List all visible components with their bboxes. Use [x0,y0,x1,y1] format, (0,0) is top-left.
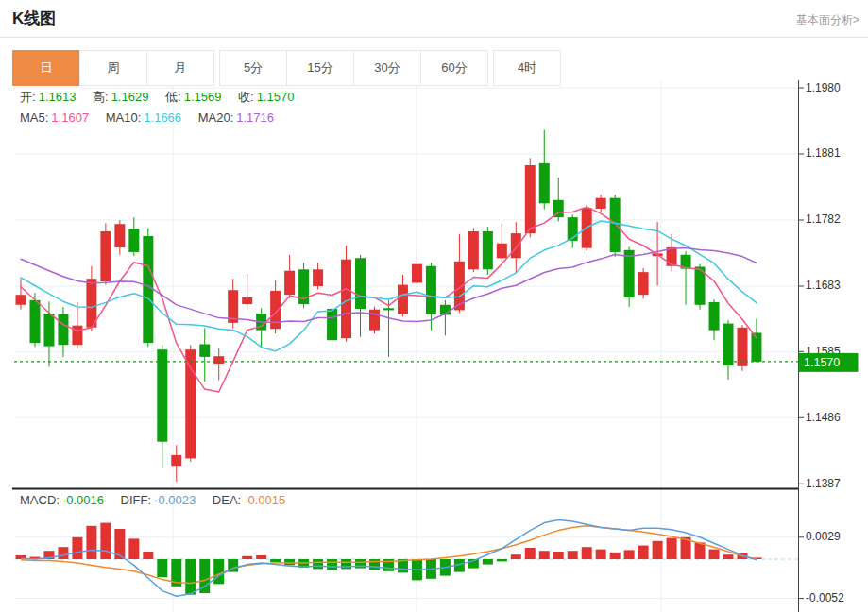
tab-week[interactable]: 周 [79,50,147,86]
ma20-legend: MA20:1.1716 [198,110,274,125]
svg-text:0.0029: 0.0029 [806,530,841,543]
tab-30min[interactable]: 30分 [353,50,421,86]
macd-value: MACD:-0.0016 [20,493,104,507]
ma5-legend: MA5:1.1607 [20,110,89,125]
header-divider [0,37,868,38]
tab-15min[interactable]: 15分 [286,50,354,86]
svg-text:1.1683: 1.1683 [806,279,841,292]
tab-60min[interactable]: 60分 [420,50,488,86]
tab-month[interactable]: 月 [146,50,214,86]
ma10-legend: MA10:1.1666 [106,110,181,125]
last-price-badge: 1.1570 [799,353,859,372]
kline-app: 1.19801.18811.17821.16831.15851.14861.13… [0,0,868,612]
svg-text:1.1980: 1.1980 [806,81,841,94]
ohlc-readout: 开:1.1613 高:1.1629 低:1.1569 收:1.1570 [20,89,307,106]
svg-text:-0.0052: -0.0052 [806,591,844,604]
svg-text:1.1782: 1.1782 [806,212,841,226]
low-readout: 低:1.1569 [165,90,221,104]
y-axis: 1.19801.18811.17821.16831.15851.14861.13… [798,80,844,612]
tab-5min[interactable]: 5分 [219,50,287,86]
high-readout: 高:1.1629 [93,90,148,104]
svg-text:1.1387: 1.1387 [806,477,841,490]
tab-day[interactable]: 日 [12,50,80,86]
tab-4hour[interactable]: 4时 [493,50,561,86]
period-tab-bar: 日 周 月 5分 15分 30分 60分 4时 [12,50,561,86]
dea-value: DEA:-0.0015 [213,493,285,507]
macd-legend: MACD:-0.0016 DIFF:-0.0023 DEA:-0.0015 [20,493,298,507]
close-readout: 收:1.1570 [238,90,294,104]
ma-legend: MA5:1.1607 MA10:1.1666 MA20:1.1716 [20,110,287,125]
fundamental-analysis-link[interactable]: 基本面分析> [796,12,859,28]
page-title: K线图 [12,8,56,29]
svg-text:1.1570: 1.1570 [804,356,840,369]
page-header: K线图 基本面分析> [0,0,868,38]
svg-text:1.1486: 1.1486 [806,411,841,424]
diff-value: DIFF:-0.0023 [121,493,196,507]
open-readout: 开:1.1613 [20,90,76,104]
svg-text:1.1881: 1.1881 [806,146,841,160]
